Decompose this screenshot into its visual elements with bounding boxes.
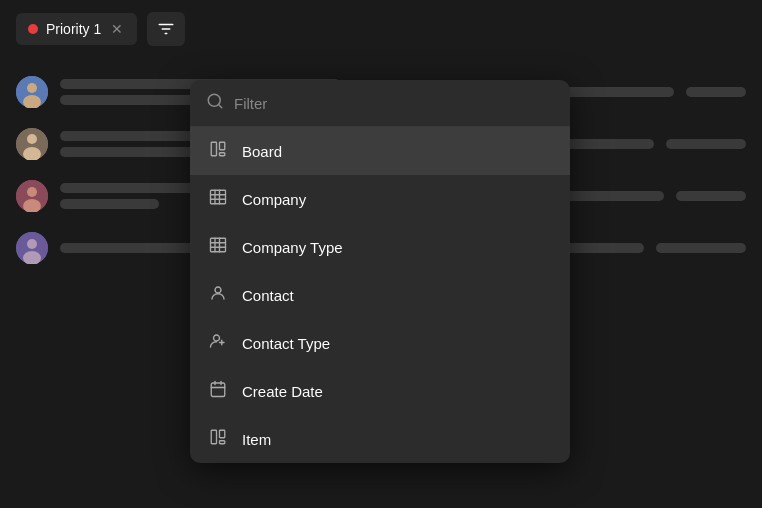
trailing-bar-short: [686, 87, 746, 97]
contact-type-svg: [209, 332, 227, 350]
trailing-bar: [554, 87, 674, 97]
company-label: Company: [242, 191, 306, 208]
svg-rect-31: [211, 383, 225, 397]
avatar: [16, 180, 48, 212]
contact-type-icon: [208, 332, 228, 354]
avatar: [16, 232, 48, 264]
filter-dropdown: Board Company Company Type: [190, 80, 570, 463]
search-icon: [206, 92, 224, 114]
item-label: Item: [242, 431, 271, 448]
contact-label: Contact: [242, 287, 294, 304]
contact-type-label: Contact Type: [242, 335, 330, 352]
search-bar: [190, 80, 570, 127]
svg-point-28: [214, 335, 220, 341]
item-svg: [209, 428, 227, 446]
close-priority-button[interactable]: ✕: [109, 19, 125, 39]
svg-point-27: [215, 287, 221, 293]
svg-point-1: [27, 83, 37, 93]
dropdown-item-create-date[interactable]: Create Date: [190, 367, 570, 415]
avatar-image: [16, 128, 48, 160]
board-svg: [209, 140, 227, 158]
dropdown-item-contact-type[interactable]: Contact Type: [190, 319, 570, 367]
bar: [60, 147, 195, 157]
svg-point-4: [27, 134, 37, 144]
avatar-image: [16, 232, 48, 264]
dropdown-item-contact[interactable]: Contact: [190, 271, 570, 319]
avatar-image: [16, 180, 48, 212]
svg-rect-16: [220, 153, 225, 156]
board-label: Board: [242, 143, 282, 160]
priority-label: Priority 1: [46, 21, 101, 37]
company-type-icon: [208, 236, 228, 258]
calendar-svg: [209, 380, 227, 398]
svg-rect-37: [220, 441, 225, 444]
top-bar: Priority 1 ✕: [0, 0, 762, 58]
bar: [60, 199, 159, 209]
company-icon: [208, 188, 228, 210]
company-type-label: Company Type: [242, 239, 343, 256]
avatar-image: [16, 76, 48, 108]
company-svg: [209, 188, 227, 206]
svg-line-13: [218, 104, 221, 107]
dropdown-item-company-type[interactable]: Company Type: [190, 223, 570, 271]
svg-rect-14: [211, 142, 216, 156]
item-icon: [208, 428, 228, 450]
svg-point-7: [27, 187, 37, 197]
contact-icon: [208, 284, 228, 306]
dropdown-item-board[interactable]: Board: [190, 127, 570, 175]
create-date-label: Create Date: [242, 383, 323, 400]
filter-search-input[interactable]: [234, 95, 554, 112]
svg-rect-17: [211, 190, 226, 204]
trailing-bar-short: [676, 191, 746, 201]
avatar: [16, 128, 48, 160]
dropdown-item-item[interactable]: Item: [190, 415, 570, 463]
trailing-bar-short: [656, 243, 746, 253]
company-type-svg: [209, 236, 227, 254]
avatar: [16, 76, 48, 108]
filter-button[interactable]: [147, 12, 185, 46]
calendar-icon: [208, 380, 228, 402]
svg-rect-15: [220, 142, 225, 150]
svg-point-10: [27, 239, 37, 249]
trailing-bar-short: [666, 139, 746, 149]
priority-tag[interactable]: Priority 1 ✕: [16, 13, 137, 45]
board-icon: [208, 140, 228, 162]
svg-rect-35: [211, 430, 216, 444]
dropdown-item-company[interactable]: Company: [190, 175, 570, 223]
search-svg: [206, 92, 224, 110]
svg-rect-36: [220, 430, 225, 438]
priority-dot: [28, 24, 38, 34]
filter-icon: [157, 20, 175, 38]
contact-svg: [209, 284, 227, 302]
svg-rect-22: [211, 238, 226, 252]
